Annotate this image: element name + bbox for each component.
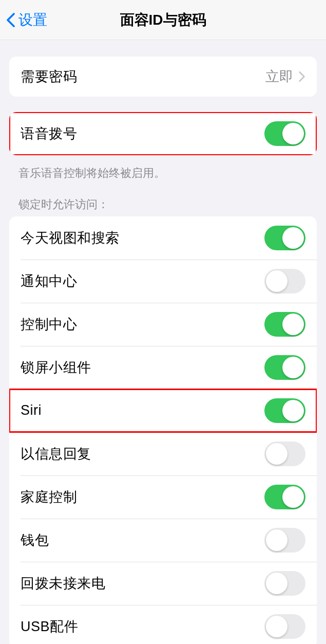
lockscreen-header: 锁定时允许访问：: [0, 181, 326, 212]
lockscreen-item-label: 今天视图和搜索: [21, 229, 120, 247]
lockscreen-item-row: 通知中心: [9, 260, 317, 303]
lockscreen-item-label: 通知中心: [21, 272, 77, 290]
back-button[interactable]: 设置: [0, 10, 47, 30]
lockscreen-item-label: 家庭控制: [21, 488, 77, 506]
voice-dial-footer: 音乐语音控制将始终被启用。: [0, 160, 326, 181]
lockscreen-item-label: 锁屏小组件: [21, 358, 91, 377]
lockscreen-item-row: 以信息回复: [9, 432, 317, 475]
lockscreen-item-toggle[interactable]: [264, 312, 305, 337]
lockscreen-item-row: Siri: [9, 389, 317, 432]
lockscreen-item-row: 家庭控制: [9, 475, 317, 519]
back-label: 设置: [18, 10, 47, 30]
lockscreen-item-row: 今天视图和搜索: [9, 216, 317, 260]
lockscreen-item-label: 回拨未接来电: [21, 574, 105, 593]
chevron-left-icon: [6, 12, 15, 28]
lockscreen-item-label: 以信息回复: [21, 445, 91, 463]
lockscreen-item-row: USB配件: [9, 605, 317, 644]
lockscreen-item-toggle[interactable]: [264, 226, 305, 250]
voice-dial-toggle[interactable]: [264, 121, 305, 146]
lockscreen-item-row: 控制中心: [9, 303, 317, 346]
lockscreen-item-toggle[interactable]: [264, 398, 305, 423]
require-passcode-label: 需要密码: [21, 67, 77, 86]
require-passcode-row[interactable]: 需要密码 立即: [9, 57, 317, 97]
lockscreen-item-label: 钱包: [21, 531, 49, 549]
voice-dial-row: 语音拨号: [9, 112, 317, 155]
lockscreen-item-row: 钱包: [9, 519, 317, 562]
chevron-right-icon: [298, 71, 305, 82]
require-passcode-value-wrap: 立即: [265, 67, 305, 86]
lockscreen-item-toggle[interactable]: [264, 528, 305, 553]
lockscreen-item-label: 控制中心: [21, 315, 77, 334]
lockscreen-item-toggle[interactable]: [264, 571, 305, 596]
require-passcode-value: 立即: [265, 67, 293, 86]
group-lockscreen-access: 今天视图和搜索通知中心控制中心锁屏小组件Siri以信息回复家庭控制钱包回拨未接来…: [9, 216, 317, 644]
group-require-passcode: 需要密码 立即: [9, 57, 317, 97]
lockscreen-item-label: Siri: [21, 402, 42, 418]
lockscreen-item-toggle[interactable]: [264, 614, 305, 639]
lockscreen-item-toggle[interactable]: [264, 355, 305, 380]
page-title: 面容ID与密码: [120, 10, 206, 30]
group-voice-dial: 语音拨号: [9, 112, 317, 155]
lockscreen-item-row: 锁屏小组件: [9, 346, 317, 389]
lockscreen-item-toggle[interactable]: [264, 269, 305, 293]
navbar: 设置 面容ID与密码: [0, 0, 326, 40]
lockscreen-item-toggle[interactable]: [264, 441, 305, 466]
content: 需要密码 立即 语音拨号 音乐语音控制将始终被启用。 锁定时允许访问： 今天视图…: [0, 57, 326, 644]
lockscreen-item-label: USB配件: [21, 617, 78, 636]
lockscreen-item-toggle[interactable]: [264, 485, 305, 509]
lockscreen-item-row: 回拨未接来电: [9, 562, 317, 605]
voice-dial-label: 语音拨号: [21, 124, 77, 143]
